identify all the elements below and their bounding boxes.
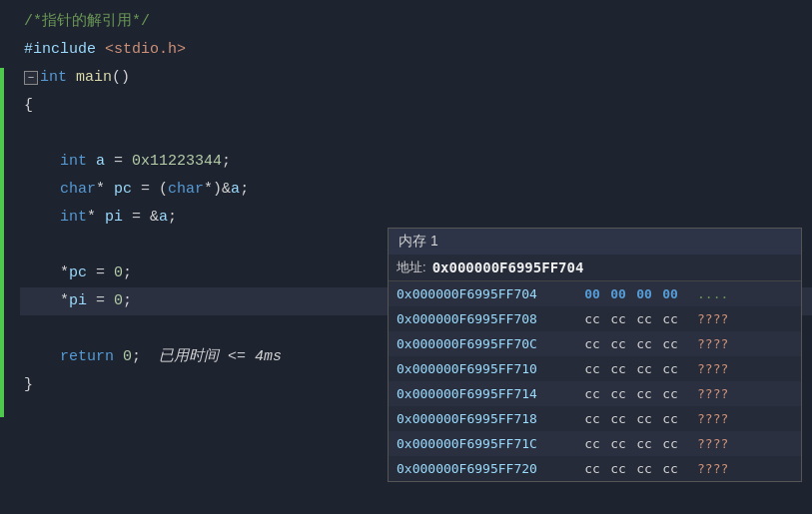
mem-byte: 00 bbox=[659, 286, 681, 301]
memory-row-7: 0x000000F6995FF71C cc cc cc cc ???? bbox=[389, 431, 801, 456]
memory-title: 内存 1 bbox=[389, 229, 801, 255]
code-var-pc: pc bbox=[114, 176, 132, 204]
mem-ascii-5: ???? bbox=[697, 386, 728, 401]
memory-addr-value: 0x000000F6995FF704 bbox=[432, 259, 584, 275]
code-comment: /*指针的解引用*/ bbox=[24, 8, 150, 36]
memory-row-5: 0x000000F6995FF714 cc cc cc cc ???? bbox=[389, 381, 801, 406]
code-keyword-int2: int bbox=[60, 148, 87, 176]
code-keyword-return: return bbox=[60, 343, 114, 371]
mem-bytes-4: cc cc cc cc bbox=[581, 361, 681, 376]
memory-table: 0x000000F6995FF704 00 00 00 00 .... 0x00… bbox=[389, 281, 801, 481]
mem-bytes-6: cc cc cc cc bbox=[581, 411, 681, 426]
code-var-pi: pi bbox=[105, 204, 123, 232]
debug-indicator bbox=[0, 68, 4, 417]
line-1: /*指针的解引用*/ bbox=[20, 8, 812, 36]
mem-addr-6: 0x000000F6995FF718 bbox=[397, 411, 581, 426]
code-var-a: a bbox=[96, 148, 105, 176]
line-3: −int main() bbox=[20, 64, 812, 92]
mem-addr-8: 0x000000F6995FF720 bbox=[397, 461, 581, 476]
memory-row-3: 0x000000F6995FF70C cc cc cc cc ???? bbox=[389, 331, 801, 356]
memory-row-2: 0x000000F6995FF708 cc cc cc cc ???? bbox=[389, 306, 801, 331]
mem-bytes-8: cc cc cc cc bbox=[581, 461, 681, 476]
code-hex-value: 0x11223344 bbox=[132, 148, 222, 176]
mem-ascii-2: ???? bbox=[697, 311, 728, 326]
code-var-pc2: pc bbox=[69, 259, 87, 287]
memory-row-8: 0x000000F6995FF720 cc cc cc cc ???? bbox=[389, 456, 801, 481]
mem-ascii-8: ???? bbox=[697, 461, 728, 476]
mem-ascii-6: ???? bbox=[697, 411, 728, 426]
mem-byte: 00 bbox=[607, 286, 629, 301]
mem-addr-5: 0x000000F6995FF714 bbox=[397, 386, 581, 401]
mem-ascii-1: .... bbox=[697, 286, 728, 301]
mem-ascii-4: ???? bbox=[697, 361, 728, 376]
mem-addr-4: 0x000000F6995FF710 bbox=[397, 361, 581, 376]
line-4: { bbox=[20, 92, 812, 120]
code-zero2: 0 bbox=[114, 287, 123, 315]
mem-bytes-2: cc cc cc cc bbox=[581, 311, 681, 326]
mem-bytes-7: cc cc cc cc bbox=[581, 436, 681, 451]
mem-ascii-7: ???? bbox=[697, 436, 728, 451]
memory-row-6: 0x000000F6995FF718 cc cc cc cc ???? bbox=[389, 406, 801, 431]
memory-addr-label: 地址: bbox=[397, 258, 426, 276]
memory-row-4: 0x000000F6995FF710 cc cc cc cc ???? bbox=[389, 356, 801, 381]
memory-panel: 内存 1 地址: 0x000000F6995FF704 0x000000F699… bbox=[388, 228, 802, 482]
mem-bytes-3: cc cc cc cc bbox=[581, 336, 681, 351]
mem-addr-3: 0x000000F6995FF70C bbox=[397, 336, 581, 351]
mem-addr-1: 0x000000F6995FF704 bbox=[397, 286, 581, 301]
code-keyword-int3: int bbox=[60, 204, 87, 232]
code-func-name: main bbox=[76, 64, 112, 92]
mem-byte: 00 bbox=[633, 286, 655, 301]
memory-row-1: 0x000000F6995FF704 00 00 00 00 .... bbox=[389, 281, 801, 306]
line-2: #include <stdio.h> bbox=[20, 36, 812, 64]
code-preprocessor: #include bbox=[24, 36, 105, 64]
line-5 bbox=[20, 120, 812, 148]
code-keyword-char: char bbox=[60, 176, 96, 204]
mem-ascii-3: ???? bbox=[697, 336, 728, 351]
mem-addr-2: 0x000000F6995FF708 bbox=[397, 311, 581, 326]
mem-byte: 00 bbox=[581, 286, 603, 301]
memory-address-bar: 地址: 0x000000F6995FF704 bbox=[389, 255, 801, 281]
line-7: char* pc = (char*)&a; bbox=[20, 176, 812, 204]
code-elapsed: 已用时间 <= 4ms bbox=[159, 343, 282, 371]
line-6: int a = 0x11223344; bbox=[20, 148, 812, 176]
code-var-pi2: pi bbox=[69, 287, 87, 315]
collapse-button[interactable]: − bbox=[24, 71, 38, 85]
mem-addr-7: 0x000000F6995FF71C bbox=[397, 436, 581, 451]
mem-bytes-1: 00 00 00 00 bbox=[581, 286, 681, 301]
code-zero1: 0 bbox=[114, 259, 123, 287]
mem-bytes-5: cc cc cc cc bbox=[581, 386, 681, 401]
code-return-val: 0 bbox=[123, 343, 132, 371]
code-editor: /*指针的解引用*/ #include <stdio.h> −int main(… bbox=[0, 0, 812, 514]
code-include-path: <stdio.h> bbox=[105, 36, 186, 64]
code-keyword-int: int bbox=[40, 64, 67, 92]
